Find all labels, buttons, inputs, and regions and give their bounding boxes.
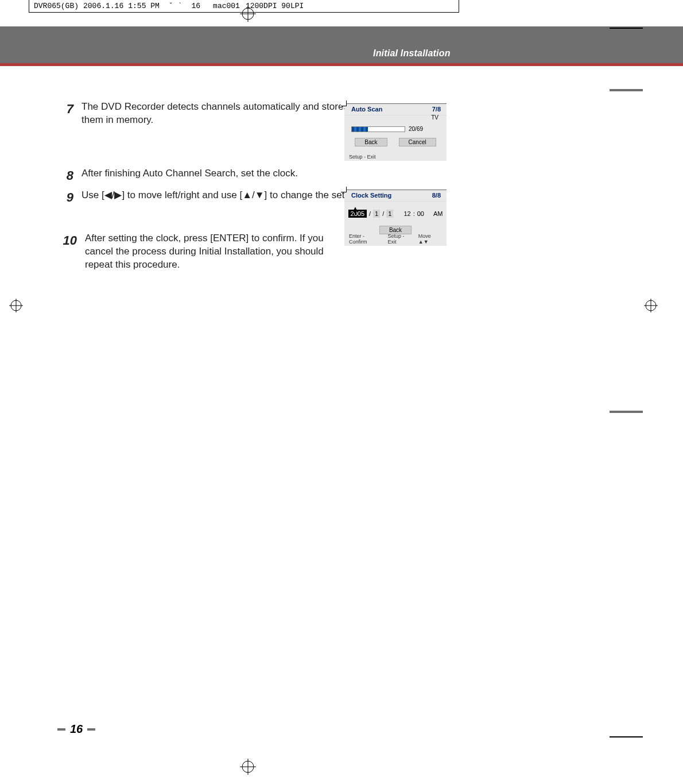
print-date: 2006.1.16 (83, 2, 123, 10)
osd-autoscan-step: 7/8 (432, 106, 441, 113)
osd-autoscan-footer: Setup - Exit (349, 154, 442, 160)
osd-back-button[interactable]: Back (355, 138, 387, 146)
step-8-text: After finishing Auto Channel Search, set… (82, 167, 298, 184)
clock-month-field[interactable]: 1 (373, 210, 380, 218)
print-file: DVR065(GB) (34, 2, 79, 10)
print-mark1: ˘ (169, 2, 173, 10)
clock-min-field[interactable]: 00 (417, 210, 424, 217)
osd-autoscan-header: Auto Scan 7/8 (344, 104, 447, 115)
step-10-number: 10 (60, 232, 77, 272)
osd-clock-header: Clock Setting 8/8 (344, 190, 447, 202)
crop-cross-right-icon (644, 299, 658, 312)
page-number: 16 (57, 723, 95, 736)
page-dash-right-icon (87, 728, 95, 731)
crop-mark-bottom-icon (240, 759, 256, 775)
step-9-number: 9 (60, 189, 73, 206)
osd-clock-footer-setup: Setup - Exit (387, 233, 413, 245)
osd-autoscan-buttons: Back Cancel (344, 138, 447, 146)
page-dash-left-icon (57, 728, 65, 731)
page-number-value: 16 (70, 723, 83, 736)
reg-line-bottom-right (610, 736, 643, 737)
reg-line-top-right (610, 28, 643, 29)
clock-sep2: / (382, 210, 384, 217)
osd-autoscan-title: Auto Scan (351, 106, 382, 113)
header-band (0, 26, 683, 63)
osd-autoscan-progress: 20/69 (409, 126, 423, 132)
crop-cross-left-icon (9, 299, 23, 312)
osd-cancel-button[interactable]: Cancel (399, 138, 436, 146)
clock-colon: : (413, 210, 415, 217)
osd-clock-footer-enter: Enter - Confirm (349, 233, 383, 245)
osd-clock-panel: Clock Setting 8/8 ▲▼ 2005 / 1 / 1 12 : 0… (344, 190, 447, 246)
reg-mark-mid-right (610, 411, 643, 413)
reg-mark-top-right (610, 89, 643, 91)
progress-fill-icon (352, 127, 368, 132)
clock-day-field[interactable]: 1 (386, 210, 393, 218)
osd-clock-step: 8/8 (432, 192, 441, 199)
crop-mark-top-icon (240, 6, 256, 22)
clock-sep1: / (369, 210, 371, 217)
osd-autoscan-progressbar (351, 126, 405, 132)
section-title: Initial Installation (373, 48, 451, 59)
print-page: 16 (191, 2, 200, 10)
step-9-text: Use [◀/▶] to move left/right and use [▲/… (82, 189, 368, 206)
step-10-text: After setting the clock, press [ENTER] t… (85, 232, 349, 272)
up-down-arrows-icon: ▲▼ (352, 206, 358, 214)
osd-clock-footer-move: Move ▲▼ (418, 233, 442, 245)
step-8: 8 After finishing Auto Channel Search, s… (60, 167, 447, 184)
print-time: 1:55 PM (128, 2, 160, 10)
osd-autoscan-footer-text: Setup - Exit (349, 154, 376, 160)
osd-autoscan-panel: Auto Scan 7/8 TV 20/69 Back Cancel Setup… (344, 103, 447, 161)
clock-ampm-field[interactable]: AM (433, 210, 443, 217)
osd-clock-title: Clock Setting (351, 192, 391, 199)
osd-clock-footer: Enter - Confirm Setup - Exit Move ▲▼ (349, 233, 442, 245)
step-8-number: 8 (60, 167, 73, 184)
clock-hour-field[interactable]: 12 (403, 210, 410, 217)
print-device: mac001 (213, 2, 240, 10)
osd-autoscan-tv: TV (431, 114, 438, 121)
step-7-number: 7 (60, 101, 73, 127)
osd-clock-row: 2005 / 1 / 1 12 : 00 AM (344, 210, 447, 218)
step-7-text: The DVD Recorder detects channels automa… (82, 101, 351, 127)
header-red-stripe (0, 63, 683, 66)
print-mark2: ` (178, 2, 183, 10)
osd-autoscan-progress-row: 20/69 (351, 126, 447, 132)
